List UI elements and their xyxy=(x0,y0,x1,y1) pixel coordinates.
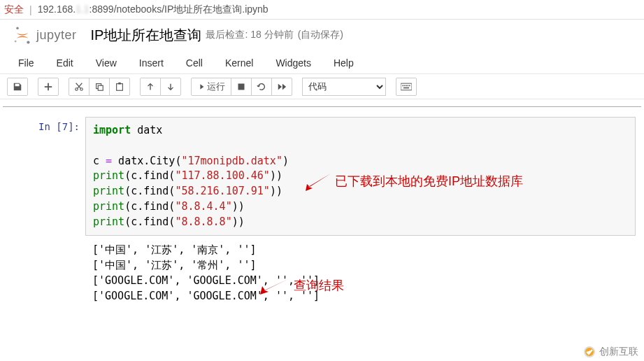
code-cell[interactable]: In [7]: import datx c = datx.City("17mon… xyxy=(8,117,636,236)
svg-rect-16 xyxy=(403,87,409,88)
move-up-button[interactable] xyxy=(140,78,161,96)
copy-button[interactable] xyxy=(89,78,110,96)
jupyter-icon xyxy=(13,25,32,45)
run-button[interactable]: 运行 xyxy=(191,78,231,96)
menu-file[interactable]: File xyxy=(7,53,45,73)
keyboard-icon xyxy=(401,83,412,91)
save-icon xyxy=(13,82,22,92)
stop-icon xyxy=(237,83,245,91)
save-button[interactable] xyxy=(7,78,28,96)
jupyter-logo[interactable]: jupyter xyxy=(13,25,77,45)
svg-point-0 xyxy=(16,27,19,29)
run-icon xyxy=(197,83,204,90)
fast-forward-icon xyxy=(277,82,287,92)
restart-icon xyxy=(257,82,266,92)
menu-cell[interactable]: Cell xyxy=(175,53,214,73)
restart-run-all-button[interactable] xyxy=(271,78,292,96)
interrupt-button[interactable] xyxy=(231,78,252,96)
plus-icon xyxy=(43,82,53,92)
restart-button[interactable] xyxy=(251,78,272,96)
svg-rect-8 xyxy=(118,82,121,84)
notebook-header: jupyter IP地址所在地查询 最后检查: 18 分钟前 (自动保存) xyxy=(0,20,644,48)
menu-edit[interactable]: Edit xyxy=(45,53,85,73)
svg-rect-13 xyxy=(406,85,407,86)
svg-rect-11 xyxy=(402,85,403,86)
cut-button[interactable] xyxy=(69,78,90,96)
menu-help[interactable]: Help xyxy=(322,53,365,73)
menu-bar: File Edit View Insert Cell Kernel Widget… xyxy=(0,52,644,74)
output-prompt xyxy=(8,237,85,309)
move-down-button[interactable] xyxy=(160,78,181,96)
menu-view[interactable]: View xyxy=(85,53,128,73)
copy-icon xyxy=(94,82,104,92)
code-input[interactable]: import datx c = datx.City("17monipdb.dat… xyxy=(85,117,636,236)
svg-rect-15 xyxy=(409,85,410,86)
last-checkpoint: 最后检查: 18 分钟前 xyxy=(206,29,293,41)
url-display[interactable]: 192.168.1.1:8899/notebooks/IP地址所在地查询.ipy… xyxy=(38,3,269,16)
cell-type-select[interactable]: 代码 xyxy=(302,78,386,96)
svg-rect-9 xyxy=(238,83,245,90)
svg-point-1 xyxy=(27,41,29,43)
svg-rect-12 xyxy=(404,85,406,86)
command-palette-button[interactable] xyxy=(396,78,417,96)
ssl-status: 安全 xyxy=(4,3,24,16)
add-cell-button[interactable] xyxy=(38,78,59,96)
svg-rect-6 xyxy=(98,85,103,90)
svg-rect-14 xyxy=(408,85,409,86)
paste-button[interactable] xyxy=(109,78,130,96)
paste-icon xyxy=(115,82,124,92)
scissors-icon xyxy=(74,82,84,92)
output-cell: ['中国', '江苏', '南京', ''] ['中国', '江苏', '常州'… xyxy=(8,237,636,309)
menu-kernel[interactable]: Kernel xyxy=(214,53,264,73)
arrow-down-icon xyxy=(166,82,176,92)
svg-point-2 xyxy=(15,41,17,43)
input-prompt: In [7]: xyxy=(8,117,85,236)
address-bar: 安全 | 192.168.1.1:8899/notebooks/IP地址所在地查… xyxy=(0,0,644,20)
autosave-status: (自动保存) xyxy=(298,29,343,41)
menu-widgets[interactable]: Widgets xyxy=(264,53,322,73)
notebook-container: In [7]: import datx c = datx.City("17mon… xyxy=(3,106,641,332)
menu-insert[interactable]: Insert xyxy=(128,53,175,73)
divider: | xyxy=(29,4,32,15)
notebook-title[interactable]: IP地址所在地查询 xyxy=(91,26,202,45)
arrow-up-icon xyxy=(145,82,155,92)
svg-rect-7 xyxy=(117,83,123,90)
code-output: ['中国', '江苏', '南京', ''] ['中国', '江苏', '常州'… xyxy=(85,237,636,309)
jupyter-logo-text: jupyter xyxy=(36,28,77,43)
toolbar: 运行 代码 xyxy=(0,74,644,99)
svg-rect-10 xyxy=(401,83,412,90)
